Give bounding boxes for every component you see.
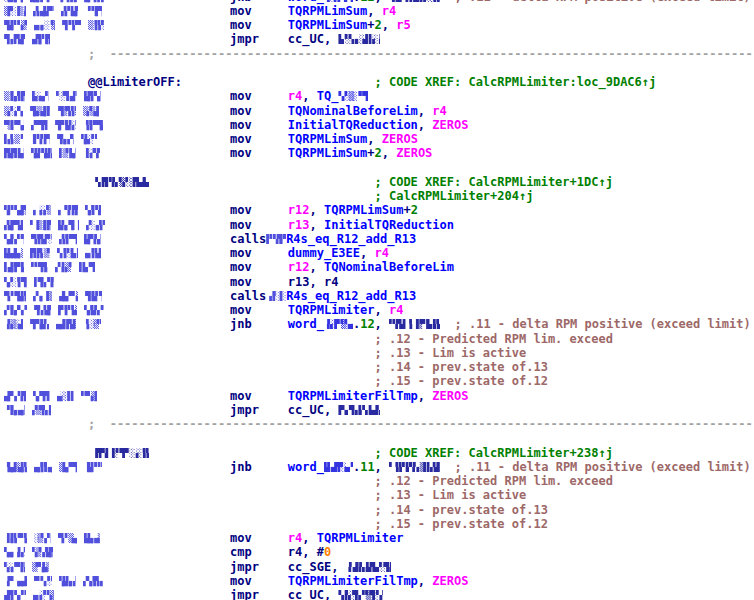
asm-line[interactable]: ▚▞░▝▞▜▐▌▜▚▝▚▚mov r13, r4 (0, 275, 754, 289)
redacted-text: ▀▖▘▜▟▞▞ (4, 291, 26, 302)
asm-line[interactable]: ; .13 - Lim is active (0, 488, 754, 502)
asm-line[interactable]: ▗▚▒░▄▌▜▀▚▙▘▞▄▟▌▛▟▒▝▖░▒▘▚jnb word_▗▚░▛▝▒▘… (0, 317, 754, 331)
asm-token (440, 460, 454, 474)
asm-line[interactable]: ▒▐▚▞▌▛▟▙░▄▞▐▘░▀▌▄▘▘▙▛▞▚▞mov r4, TQ_▘▞░▒░… (0, 89, 754, 103)
register-operand[interactable]: r4 (375, 246, 389, 260)
symbol-ref[interactable]: TQRPMLimSum (288, 18, 367, 32)
register-operand[interactable]: r4 (389, 303, 403, 317)
asm-line[interactable] (0, 161, 754, 175)
redacted-text: ▒▀▗▙▒ (32, 562, 49, 573)
symbol-ref[interactable]: TQNominalBeforeLim (324, 260, 454, 274)
code-column: mov r12, TQNominalBeforeLim (230, 260, 454, 274)
symbol-ref[interactable]: R4s_eq_R12_add_R13 (286, 289, 416, 303)
asm-line[interactable]: ▚▐▜▌▚▚▝▒▞░░▛▙▟▙▞▐ ; CODE XREF: CalcRPMLi… (0, 175, 754, 189)
asm-line[interactable]: ▗▀▘▗▄▄▌▀▝▗▝░▀▚▙▚▖▞▞▚▞▛▖▖mov TQRPMLimiter… (0, 574, 754, 588)
asm-line[interactable]: ▝▙▟▒▟▞▟▄▞▞▌▄▟▒▙▞▀▜▌▐▙▌▘▘▜jnb word_▙▌▄▛▛░… (0, 460, 754, 474)
register-operand[interactable]: ZEROS (396, 146, 432, 160)
asm-line[interactable]: ▚▌▘▚▟▛▒▖▗░▞▒▝▖▝▚▘▛▛▚▞▌▚▌mov r12, TQRPMLi… (0, 203, 754, 217)
asm-token: @@LimiterOFF: (88, 75, 182, 89)
asm-token: cc_UC, (288, 32, 339, 46)
register-operand[interactable]: ZEROS (432, 118, 468, 132)
symbol-ref[interactable]: InitialTQReduction (288, 118, 418, 132)
symbol-ref[interactable]: TQRPMLimSum (288, 4, 367, 18)
register-operand[interactable]: r13 (288, 218, 310, 232)
asm-line[interactable]: ▛▙▛▌▙▞▚▙▘▚▙▚▙▌▒▘▙▞▐░▞▚▀mov TQRPMLimSum+2… (0, 146, 754, 160)
redacted-text: ▙▚▖▜▌▐▞ (58, 220, 79, 231)
redacted-text: ▚▞▌▚▌ (85, 205, 101, 216)
asm-line[interactable]: ▛▛▚▌▐░▘▜▀▘░▗░▝▞▞▚ ; CODE XREF: CalcRPMLi… (0, 446, 754, 460)
register-operand[interactable]: ZEROS (432, 574, 468, 588)
asm-line[interactable]: ; .12 - Predicted RPM lim. exceed (0, 474, 754, 488)
symbol-ref[interactable]: TQRPMLimiterFilTmp (288, 389, 418, 403)
asm-line[interactable]: ; .14 - prev.state of.13 (0, 360, 754, 374)
code-column: mov dummy_E3EE, r4 (230, 246, 389, 260)
symbol-ref[interactable]: word_ (288, 460, 324, 474)
asm-line[interactable]: ▚▟▘▞▝▚▀▞▛▄▀░▀▞▞▞▀▜▒▙▛▚▚▞calls▌▘▚▜▞▀R4s_e… (0, 232, 754, 246)
asm-line[interactable]: ▒▛░▐▒▗▚▞▖▄▙▀▘▀▞▞▐▄▛▝▝▐▛▜mov TQRPMLimSum,… (0, 4, 754, 18)
asm-line[interactable]: ▜▟▞▝▗▒▀▄▗▖░▝▒▙▜▝▝▞▀▀▒▝▞▞░mov TQRPMLimSum… (0, 18, 754, 32)
asm-line[interactable]: ▐▐▞▖▀▝▄░▒▘▞▐▀▖▘▒▄▞▙▙▖▄▒mov r4, TQRPMLimi… (0, 531, 754, 545)
asm-line[interactable]: ▞▟▛▀▟░▘▐▒▐▞▛▟▙▚▖▜▌▐▞▞░▗▞▞▗mov r13, Initi… (0, 218, 754, 232)
asm-line[interactable] (0, 431, 754, 445)
asm-token: mov (230, 118, 288, 132)
asm-line[interactable]: ▌▞▖▒▝▝▐▌▚▘▛▚▜▚▖▞▚▚▙░▘▜mov TQRPMLimSum, Z… (0, 132, 754, 146)
symbol-ref[interactable]: TQRPMLimSum (288, 146, 367, 160)
code-column: calls▗▐▘░▌░R4s_eq_R12_add_R13 (230, 289, 416, 303)
asm-line[interactable]: ; .15 - prev.state of.12 (0, 374, 754, 388)
symbol-ref[interactable]: TQRPMLimSum (324, 203, 403, 217)
asm-line[interactable]: ; .13 - Lim is active (0, 346, 754, 360)
asm-line[interactable]: ▀▖▘▜▟▞▞▞▗▖▐▒░▟▙▞▀▗▒▜▒▙▘▜calls▗▐▘░▌░R4s_e… (0, 289, 754, 303)
asm-line[interactable]: ; .15 - prev.state of.12 (0, 517, 754, 531)
symbol-ref[interactable]: TQRPMLimSum (288, 132, 367, 146)
asm-line[interactable]: ; CalcRPMLimiter+204↑j (0, 189, 754, 203)
asm-line[interactable]: ▚▄▖▗▌▞░▚▒▘▞▙▛▞cmp r4, #0 (0, 545, 754, 559)
asm-line[interactable]: ; .14 - prev.state of.13 (0, 503, 754, 517)
register-operand[interactable]: r4 (382, 4, 396, 18)
code-column: jmpr cc_UC, ▛▚▖▜▗▐▖▚▐▄▟▚▝▒ (230, 403, 380, 417)
asm-line[interactable]: ; --------------------------------------… (0, 417, 754, 431)
symbol-ref[interactable]: TQ_ (317, 89, 339, 103)
asm-line[interactable]: ▟▛▌▚▖▘▀▄▗░▘▚▒▒jmpr cc_UC, ▚▐▚░▜▚▝▝▒▜░▘▞▟… (0, 588, 754, 600)
asm-line[interactable]: ▒▞░▞▚▖▜▙▒▟▞▌▐▜▒▀▞▞▒▒▞▒▟▖mov TQNominalBef… (0, 104, 754, 118)
register-operand[interactable]: r4 (288, 531, 302, 545)
asm-line[interactable]: @@LimiterOFF: ; CODE XREF: CalcRPMLimite… (0, 75, 754, 89)
asm-line[interactable]: ▙▙▟▙▖▒▛▌▛▖▒▘▚▝▞░▙▐▝▄▝▞▄▌mov dummy_E3EE, … (0, 246, 754, 260)
redacted-text: ░▟▚▞▜▄ (4, 0, 23, 3)
symbol-ref[interactable]: InitialTQReduction (324, 218, 454, 232)
asm-line[interactable]: ▀▒▌▀▚▟▞▀▀▛▌▜▛▝▙▚░▚▝▞▞▀▜▙mov InitialTQRed… (0, 118, 754, 132)
register-operand[interactable]: r12 (288, 203, 310, 217)
asm-line[interactable]: ; --------------------------------------… (0, 47, 754, 61)
redacted-text: ▜▙▒▟▞▌▐ (30, 106, 51, 117)
register-operand[interactable]: r4 (288, 89, 302, 103)
register-operand[interactable]: r12 (288, 260, 310, 274)
asm-line[interactable]: ▜▗▐▀▟▛▜▄▜▞▐▛▛jmpr cc_UC, ▙▝░▚▗▖░▟▐▗░▗▛▀ (0, 32, 754, 46)
asm-line[interactable]: ▌▟▞▛▘▙▘▘▜▜▗▞▗▚▒▘▌▙▝▀▌mov r12, TQNominalB… (0, 260, 754, 274)
redacted-text: ▜▝▝▞▀▀ (62, 20, 81, 31)
address-gutter: ▜▗▐▀▟▛▜▄▜▞▐▛▛ (4, 33, 57, 47)
register-operand[interactable]: r5 (396, 18, 410, 32)
redacted-text: ▀▒▌▀▚▟ (4, 120, 24, 131)
asm-line[interactable]: ▝▐▚▖▄▖▌▞▒▜▚▗▚jmpr cc_UC, ▛▚▖▜▗▐▖▚▐▄▟▚▝▒ (0, 403, 754, 417)
symbol-ref[interactable]: word_ (288, 317, 324, 331)
symbol-ref[interactable]: TQNominalBeforeLim (288, 104, 418, 118)
asm-line[interactable]: ▞▐▚▞▘▖▀▜▘▞▟▛▛▝▞▝▄▒▚▞▙▚▝▝mov TQRPMLimiter… (0, 303, 754, 317)
symbol-ref[interactable]: TQRPMLimiter (317, 531, 404, 545)
symbol-ref[interactable]: TQRPMLimiter (288, 303, 375, 317)
register-operand[interactable]: r4 (432, 104, 446, 118)
asm-line[interactable] (0, 61, 754, 75)
register-operand[interactable]: ZEROS (382, 132, 418, 146)
redacted-text: ▄▟▌▛▟▒ (56, 319, 76, 330)
asm-token: mov (230, 4, 288, 18)
asm-token: cc_UC, (288, 588, 339, 600)
asm-line[interactable]: ▚░▖▀▚▚▚▒▀▗▙▒jmpr cc_SGE, ▗▘▟▚▚▗▙▜▄▞░▜▚▀▚ (0, 560, 754, 574)
asm-line[interactable]: ▄▛▘▖▚▜▚▚▞▜▀▌▄░░▌▌▘▀▗▒▙mov TQRPMLimiterFi… (0, 389, 754, 403)
asm-line[interactable]: ; .12 - Predicted RPM lim. exceed (0, 332, 754, 346)
register-operand[interactable]: ZEROS (432, 389, 468, 403)
redacted-text: ▜▒▀▞▞▒ (58, 106, 76, 117)
address-gutter: ▙▙▟▙▖▒▛▌▛▖▒▘▚▝▞░▙▐▝▄▝▞▄▌ (4, 247, 108, 261)
disassembly-listing[interactable]: ░▟▚▞▜▄▄▙▞▖▜▀▀▖▗▗▜▌▟▞▜▗▘▞jnb word_▗░▜▀▞▐▛… (0, 0, 754, 600)
symbol-ref[interactable]: TQRPMLimiterFilTmp (288, 574, 418, 588)
comment: ; .15 - prev.state of.12 (375, 374, 548, 388)
symbol-ref[interactable]: dummy_E3EE (288, 246, 360, 260)
symbol-ref[interactable]: R4s_eq_R12_add_R13 (286, 232, 416, 246)
